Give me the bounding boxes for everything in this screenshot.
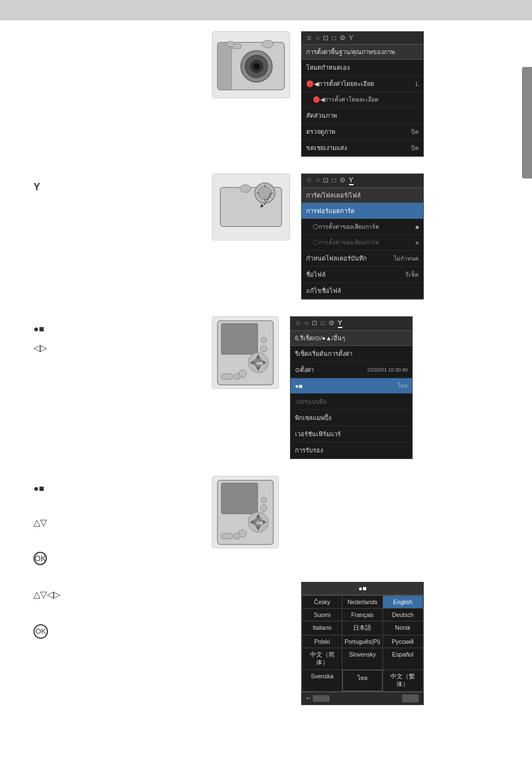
icon2-circle[interactable]: ○	[316, 176, 320, 185]
svg-rect-46	[221, 533, 233, 539]
lang-cell-norsk[interactable]: Norsk	[383, 621, 423, 635]
lang-footer-ok-bar[interactable]	[402, 695, 419, 702]
step4-icon2: △▽	[33, 515, 201, 530]
svg-text:OK: OK	[257, 361, 263, 366]
icon-y[interactable]: Y	[349, 34, 354, 42]
step4-icon1: ●■	[33, 481, 201, 496]
lang-cell-espanol[interactable]: Español	[383, 648, 423, 669]
menu-item-shadow[interactable]: ขดเชยเงามแสง ปิด	[302, 140, 423, 156]
menu-item-circuit[interactable]: วงจรแบบพิง	[291, 394, 412, 410]
menu-item-format-card[interactable]: การฟอร์แมตการ์ด	[302, 203, 423, 219]
icon3-camera[interactable]: ☆	[295, 319, 301, 328]
lang-cell-suomi[interactable]: Suomi	[302, 609, 342, 621]
section-5-text: △▽◁▷ OK	[33, 582, 201, 639]
icon-square-grid[interactable]: ⊡	[323, 34, 328, 42]
lang-cell-nederlands[interactable]: Nederlands	[342, 596, 382, 608]
svg-text:OK: OK	[257, 520, 263, 525]
lang-cell-thai[interactable]: ไทย	[342, 670, 382, 691]
svg-point-44	[261, 497, 267, 503]
lang-cell-chinese-trad[interactable]: 中文（繁体）	[383, 670, 423, 691]
icon2-rect[interactable]: □	[332, 176, 336, 185]
footer-back-bar	[313, 695, 330, 702]
icon-camera-active[interactable]: ☆	[306, 34, 312, 42]
menu-item-save-folder[interactable]: กำหนดโฟลเดอร์บันทึก ไม่กำหนด	[302, 250, 423, 267]
menu-item-pixel-mapping[interactable]: พิกเซลแมพปิ้ง	[291, 410, 412, 426]
menu-item-edit-filename[interactable]: แก้ไขชื่อไฟล์	[302, 283, 423, 299]
menu-item-custom-mode[interactable]: โหมดกำหนดเอง	[302, 60, 423, 76]
main-content: ☆ ○ ⊡ □ ⚙ Y การตั้งค่าพื้นฐาน/คุณภาพของภ…	[0, 20, 532, 716]
menu-item-aspect-ratio[interactable]: สัดส่วนภาพ	[302, 108, 423, 124]
step-2-block: Y	[33, 179, 201, 195]
lang-cell-slovensky[interactable]: Slovensky	[342, 648, 382, 669]
language-panel: ●■ Česky Nederlands English Suomi França…	[301, 582, 424, 705]
menu-header-2: ☆ ○ ⊡ □ ⚙ Y	[302, 174, 423, 188]
lang-header-icon: ●■	[359, 585, 367, 592]
step3-icon1: ●■	[33, 322, 201, 336]
lang-cell-portugues[interactable]: Português(Pi)	[342, 635, 382, 648]
lang-cell-chinese-simple[interactable]: 中文（简体）	[302, 648, 342, 669]
icon-circle[interactable]: ○	[316, 34, 320, 42]
menu-panel-1: ☆ ○ ⊡ □ ⚙ Y การตั้งค่าพื้นฐาน/คุณภาพของภ…	[301, 31, 424, 157]
right-edge-tab	[522, 67, 532, 179]
section-1-text	[33, 31, 201, 37]
svg-rect-32	[234, 374, 240, 379]
step5-ok-icon: OK	[33, 624, 48, 639]
menu-header-3: ☆ ○ ⊡ □ ⚙ Y	[291, 317, 412, 331]
menu-item-certification[interactable]: การรับรอง	[291, 442, 412, 459]
icon2-grid[interactable]: ⊡	[323, 176, 328, 185]
svg-point-5	[253, 63, 260, 70]
menu-item-filename[interactable]: ชื่อไฟล์ รีเซ็ต	[302, 267, 423, 283]
icon3-y-active[interactable]: Y	[338, 319, 342, 328]
section-2-text: Y	[33, 173, 201, 195]
svg-rect-1	[217, 42, 231, 90]
lang-footer-back[interactable]: ↩	[306, 695, 330, 702]
icon-rect[interactable]: □	[332, 34, 336, 42]
icon3-gear[interactable]: ⚙	[328, 319, 335, 328]
svg-rect-31	[221, 374, 233, 379]
menu-item-reset[interactable]: รีเซ็ต/เริ่มต้นการตั้งค่า	[291, 346, 412, 362]
icon3-circle[interactable]: ○	[304, 319, 308, 328]
lang-cell-polski[interactable]: Polski	[302, 635, 342, 648]
lang-cell-svenska[interactable]: Svenska	[302, 670, 342, 691]
lang-cell-english[interactable]: English	[383, 596, 423, 608]
lang-cell-francais[interactable]: Français	[342, 609, 382, 621]
menu-title-3: 6.รีเซ็ต/⊙/●▲/อื่นๆ	[291, 331, 412, 346]
lang-cell-cesky[interactable]: Česky	[302, 596, 342, 608]
menu-item-detail-settings2[interactable]: 🔴◀การตั้งค่าโดยละเอียด	[302, 92, 423, 108]
svg-rect-34	[221, 483, 258, 514]
menu-item-review[interactable]: ตรวจดูภาพ ปิด	[302, 124, 423, 140]
section-3-text: ●■ ◁▷	[33, 316, 201, 355]
icon2-camera[interactable]: ☆	[306, 176, 312, 185]
menu-item-datetime[interactable]: ⊙ตั้งค่า 22/02/01 10:30:40	[291, 362, 412, 378]
icon3-grid[interactable]: ⊡	[312, 319, 317, 328]
camera-dial-image	[212, 173, 290, 240]
lang-cell-russian[interactable]: Русский	[383, 635, 423, 648]
lang-cell-italiano[interactable]: Italiano	[302, 621, 342, 635]
icon-gear[interactable]: ⚙	[340, 34, 346, 42]
step-2-icon: Y	[33, 179, 201, 195]
icon2-gear[interactable]: ⚙	[340, 176, 346, 185]
icon3-rect[interactable]: □	[321, 319, 325, 328]
lang-cell-japanese[interactable]: 日本語	[342, 621, 382, 635]
section-2: Y	[33, 173, 510, 300]
section-4-text: ●■ △▽ OK	[33, 476, 201, 565]
menu-item-detail-settings1[interactable]: 🔴◀การตั้งค่าโดยละเอียด L	[302, 76, 423, 92]
section-1: ☆ ○ ⊡ □ ⚙ Y การตั้งค่าพื้นฐาน/คุณภาพของภ…	[33, 31, 510, 157]
lang-panel-header: ●■	[302, 582, 423, 595]
svg-point-17	[240, 185, 251, 192]
svg-point-7	[262, 40, 273, 48]
menu-title-1: การตั้งค่าพื้นฐาน/คุณภาพของภาพ	[302, 45, 423, 60]
menu-header-icons-3: ☆ ○ ⊡ □ ⚙ Y	[295, 319, 342, 328]
header-bar	[0, 0, 532, 20]
menu-header-icons-2: ☆ ○ ⊡ □ ⚙ Y	[306, 176, 354, 185]
section-5: △▽◁▷ OK ●■ Česky Nederlands English Suom…	[33, 582, 510, 705]
menu-item-card-slot1[interactable]: ⬡การตั้งค่าของเสียบการ์ด ■	[302, 219, 423, 235]
menu-item-card-slot2[interactable]: ⬡การตั้งค่าของเสียบการ์ด ■	[302, 235, 423, 250]
camera-back-image-2: OK	[212, 476, 279, 548]
lang-grid: Česky Nederlands English Suomi Français …	[302, 595, 423, 692]
menu-item-firmware[interactable]: เวอร์ชันเฟิร์มแวร์	[291, 426, 412, 442]
lang-cell-deutsch[interactable]: Deutsch	[383, 609, 423, 621]
menu-item-language[interactable]: ●■ ไทย	[291, 378, 412, 394]
icon2-y-active[interactable]: Y	[349, 176, 354, 185]
svg-point-43	[260, 505, 267, 512]
